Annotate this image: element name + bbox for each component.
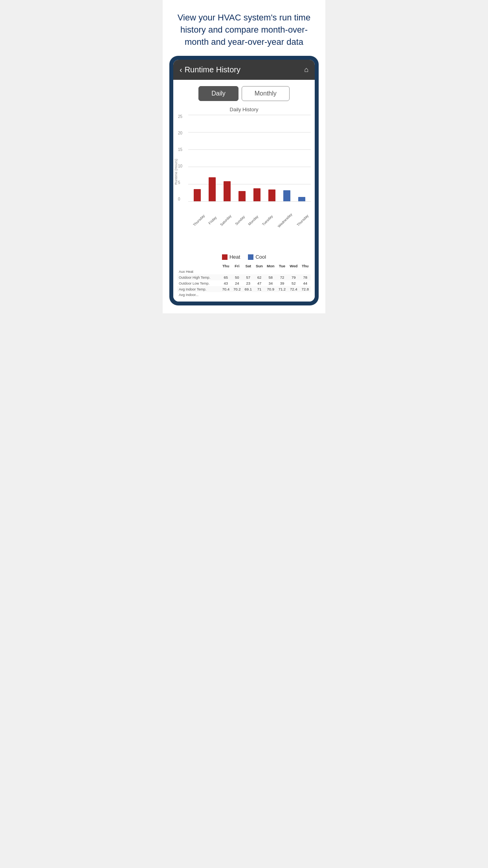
- table-cell-value: 65: [220, 274, 231, 280]
- table-col-header: Sat: [243, 263, 254, 269]
- heat-bar: [209, 177, 216, 202]
- x-label-wednesday: Wednesday: [277, 213, 293, 229]
- y-label-20: 20: [178, 131, 182, 135]
- table-row: Outdoor High Temp.6550576258727978: [177, 274, 311, 280]
- x-label-monday: Monday: [248, 215, 259, 226]
- table-cell-value: 78: [299, 274, 311, 280]
- table-cell-value: 79: [288, 274, 299, 280]
- table-cell-value: 69.1: [243, 286, 254, 292]
- table-cell-label: Aux Heat: [177, 269, 220, 274]
- table-cell-value: 57: [243, 274, 254, 280]
- table-col-header: Fri: [231, 263, 243, 269]
- table-cell-value: 72.4: [288, 286, 299, 292]
- table-col-header: Thu: [299, 263, 311, 269]
- monthly-tab[interactable]: Monthly: [242, 86, 290, 101]
- chart-title: Daily History: [177, 107, 311, 112]
- x-label-thursday: Thursday: [296, 214, 309, 227]
- table-cell-value: [243, 292, 254, 298]
- table-cell-value: [288, 292, 299, 298]
- table-cell-value: 39: [277, 280, 288, 286]
- x-label-saturday: Saturday: [219, 214, 232, 227]
- home-icon[interactable]: ⌂: [304, 66, 308, 74]
- table-cell-value: [254, 292, 265, 298]
- table-col-header: Thu: [220, 263, 231, 269]
- table-cell-value: 47: [254, 280, 265, 286]
- y-axis-label: Runtime (Hours): [174, 159, 178, 185]
- table-cell-value: [220, 269, 231, 274]
- heat-bar: [253, 188, 261, 201]
- table-cell-value: [288, 269, 299, 274]
- table-cell-value: 23: [243, 280, 254, 286]
- back-button[interactable]: ‹ Runtime History: [180, 65, 240, 74]
- table-col-header: [177, 263, 220, 269]
- table-cell-value: 70.9: [265, 286, 277, 292]
- y-label-15: 15: [178, 148, 182, 152]
- table-cell-value: [265, 292, 277, 298]
- heat-bar: [268, 189, 275, 202]
- content-area: Daily Monthly Daily History Runtime (Hou…: [173, 80, 315, 302]
- table-cell-value: [231, 269, 243, 274]
- table-cell-value: [243, 269, 254, 274]
- y-label-0: 0: [178, 197, 182, 201]
- table-row: Avg Indoor Temp.70.470.269.17170.971.272…: [177, 286, 311, 292]
- chart-inner: 25 20 15 10 5 0: [188, 115, 311, 201]
- table-cell-value: 70.2: [231, 286, 243, 292]
- table-col-header: Mon: [265, 263, 277, 269]
- table-row: Outdoor Low Temp.4324234734395244: [177, 280, 311, 286]
- bar-group-sunday: [238, 191, 246, 201]
- table-cell-value: [299, 292, 311, 298]
- gridline-0: [188, 201, 311, 202]
- legend-cool: Cool: [248, 254, 266, 260]
- table-cell-value: 34: [265, 280, 277, 286]
- x-labels: ThursdayFridaySaturdaySundayMondayTuesda…: [188, 219, 311, 223]
- legend-heat: Heat: [222, 254, 240, 260]
- table-cell-label: Outdoor Low Temp.: [177, 280, 220, 286]
- page-wrapper: View your HVAC system's run time history…: [163, 0, 325, 313]
- y-labels: 25 20 15 10 5 0: [178, 115, 182, 201]
- table-cell-value: 50: [231, 274, 243, 280]
- y-label-5: 5: [178, 181, 182, 185]
- heat-bar: [238, 191, 246, 201]
- bar-group-thursday: [194, 189, 201, 202]
- table-cell-value: 44: [299, 280, 311, 286]
- table-cell-value: 71: [254, 286, 265, 292]
- cool-color-swatch: [248, 254, 253, 260]
- bar-group-monday: [253, 188, 261, 201]
- x-label-friday: Friday: [208, 216, 218, 226]
- header-text: View your HVAC system's run time history…: [163, 0, 325, 56]
- table-cell-value: 24: [231, 280, 243, 286]
- heat-bar: [224, 181, 231, 201]
- table-cell-value: 72.8: [299, 286, 311, 292]
- bar-group-friday: [209, 177, 216, 202]
- table-col-header: Wed: [288, 263, 299, 269]
- table-cell-value: [254, 269, 265, 274]
- x-label-sunday: Sunday: [234, 215, 246, 226]
- table-header-row: ThuFriSatSunMonTueWedThu: [177, 263, 311, 269]
- table-col-header: Sun: [254, 263, 265, 269]
- table-cell-value: 43: [220, 280, 231, 286]
- bar-group-tuesday: [268, 189, 275, 202]
- table-cell-value: 58: [265, 274, 277, 280]
- daily-tab[interactable]: Daily: [198, 86, 238, 101]
- table-cell-value: [265, 269, 277, 274]
- table-cell-value: [277, 269, 288, 274]
- heat-bar: [194, 189, 201, 202]
- x-label-tuesday: Tuesday: [261, 214, 273, 226]
- table-cell-value: [231, 292, 243, 298]
- cool-bar: [283, 190, 290, 201]
- nav-bar: ‹ Runtime History ⌂: [173, 60, 315, 80]
- nav-title: Runtime History: [185, 65, 240, 74]
- heat-color-swatch: [222, 254, 227, 260]
- table-row: Aux Heat: [177, 269, 311, 274]
- table-cell-label: Outdoor High Temp.: [177, 274, 220, 280]
- heat-label: Heat: [229, 254, 240, 260]
- table-cell-value: 62: [254, 274, 265, 280]
- legend: Heat Cool: [177, 252, 311, 260]
- table-cell-label: Avg Indoor Temp.: [177, 286, 220, 292]
- table-cell-value: [277, 292, 288, 298]
- back-arrow-icon: ‹: [180, 65, 182, 74]
- phone-inner: ‹ Runtime History ⌂ Daily Monthly Daily …: [173, 60, 315, 302]
- y-label-25: 25: [178, 115, 182, 119]
- x-label-thursday: Thursday: [193, 214, 206, 227]
- table-cell-value: 52: [288, 280, 299, 286]
